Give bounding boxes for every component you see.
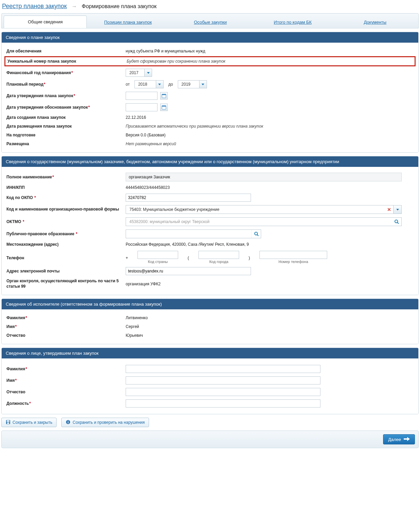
label-oktmo: ОКТМО *: [6, 219, 126, 224]
value-exec-name: Сергей: [126, 324, 414, 329]
period-to-select[interactable]: 2019: [178, 80, 207, 88]
okpo-input[interactable]: [126, 194, 251, 202]
ppo-lookup[interactable]: [126, 229, 261, 238]
fin-year-select[interactable]: 2017: [126, 69, 152, 77]
calendar-icon[interactable]: [160, 104, 168, 111]
value-in-prep: Версия 0.0 (Базовая): [126, 133, 414, 137]
next-button[interactable]: Далее: [383, 434, 415, 444]
panel-approver-header: Сведения о лице, утвердившем план закупо…: [2, 348, 418, 358]
value-control-org: организация УФК2: [126, 282, 414, 286]
svg-marker-0: [147, 72, 150, 74]
save-close-button[interactable]: Сохранить и закрыть: [1, 418, 57, 427]
appr-name-input[interactable]: [126, 376, 320, 385]
panel-approver: Сведения о лице, утвердившем план закупо…: [1, 348, 419, 414]
appr-patronymic-input[interactable]: [126, 388, 320, 396]
svg-point-10: [254, 232, 257, 235]
svg-rect-14: [7, 422, 9, 424]
period-from-value: 2018: [135, 81, 156, 88]
period-from-select[interactable]: 2018: [134, 80, 164, 88]
search-icon[interactable]: [251, 230, 261, 238]
label-in-prep: На подготовке: [6, 133, 126, 137]
approval-date-input[interactable]: [126, 92, 158, 100]
tab-totals-bk[interactable]: Итого по кодам БК: [252, 16, 334, 28]
fin-year-value: 2017: [126, 69, 144, 76]
justification-date-input[interactable]: [126, 103, 158, 111]
tab-bar: Общие сведения Позиции плана закупок Осо…: [1, 13, 419, 28]
phone-country-caption: Код страны: [148, 260, 168, 264]
search-icon[interactable]: [392, 218, 401, 226]
breadcrumb-current: Формирование плана закупок: [82, 3, 156, 9]
svg-marker-19: [407, 437, 410, 441]
opf-combobox[interactable]: 75403: Муниципальное бюджетное учреждени…: [126, 205, 402, 214]
phone-number-input[interactable]: [259, 251, 327, 259]
value-address: Российская Федерация, 420000, Саха /Якут…: [126, 242, 414, 247]
phone-country-input[interactable]: [138, 251, 178, 259]
svg-rect-6: [162, 106, 166, 107]
value-inn-kpp: 4444548023/444458023: [126, 185, 414, 190]
svg-line-9: [397, 222, 399, 224]
save-check-button[interactable]: Сохранить и проверить на нарушения: [61, 418, 149, 427]
svg-rect-13: [7, 420, 9, 422]
label-appr-patronymic: Отчество: [6, 390, 126, 394]
chevron-down-icon[interactable]: [199, 81, 207, 88]
opf-value: 75403: Муниципальное бюджетное учреждени…: [126, 205, 385, 214]
row-unique-number-highlight: Уникальный номер плана закупок Будет сфо…: [4, 56, 416, 66]
info-icon: [66, 420, 70, 425]
tab-documents[interactable]: Документы: [334, 16, 416, 28]
panel-executor-header: Сведения об исполнителе (ответственном з…: [2, 299, 418, 309]
chevron-down-icon[interactable]: [144, 69, 152, 76]
value-exec-surname: Литвиненко: [126, 315, 414, 320]
tab-special[interactable]: Особые закупки: [169, 16, 251, 28]
label-exec-patronymic: Отчество: [6, 333, 126, 338]
save-check-label: Сохранить и проверить на нарушения: [72, 420, 145, 425]
footer-bar: Далее: [1, 431, 419, 448]
oktmo-lookup[interactable]: 45382000: муниципальный округ Тверской: [126, 217, 402, 226]
tab-positions[interactable]: Позиции плана закупок: [87, 16, 169, 28]
value-exec-patronymic: Юрьевич: [126, 333, 414, 338]
appr-surname-input[interactable]: [126, 365, 320, 373]
label-approval-date: Дата утверждения плана закупок*: [6, 93, 126, 98]
svg-rect-17: [68, 421, 69, 423]
period-to-value: 2019: [178, 81, 199, 88]
calendar-icon[interactable]: [160, 92, 168, 100]
tab-general[interactable]: Общие сведения: [4, 16, 87, 28]
full-name-field: организация Заказчик: [126, 173, 402, 181]
phone-rpar: ): [249, 254, 250, 260]
svg-rect-16: [68, 421, 69, 421]
panel-customer: Сведения о государственном (муниципально…: [1, 156, 419, 295]
panel-plan-header: Сведения о плане закупок: [2, 32, 418, 43]
period-from-label: от: [126, 82, 130, 87]
label-unique-number: Уникальный номер плана закупок: [7, 59, 127, 64]
panel-plan-info: Сведения о плане закупок Для обеспечения…: [1, 32, 419, 153]
breadcrumb-root-link[interactable]: Реестр планов закупок: [2, 3, 67, 10]
value-placed: Нет размещенных версий: [126, 141, 414, 146]
email-input[interactable]: [126, 267, 251, 275]
label-appr-name: Имя*: [6, 378, 126, 383]
chevron-down-icon[interactable]: [156, 81, 163, 88]
value-placed-date: Присваивается автоматически при размещен…: [126, 124, 414, 129]
phone-city-input[interactable]: [198, 251, 239, 259]
ppo-value: [126, 230, 251, 238]
save-close-label: Сохранить и закрыть: [13, 420, 52, 425]
value-for-needs: нужд субъекта РФ и муниципальных нужд: [126, 49, 414, 53]
phone-number-caption: Номер телефона: [278, 260, 308, 264]
svg-rect-18: [404, 438, 407, 440]
label-okpo: Код по ОКПО *: [6, 195, 126, 200]
value-unique-number: Будет сформирован при сохранении плана з…: [127, 59, 413, 64]
label-appr-surname: Фамилия*: [6, 367, 126, 371]
chevron-down-icon[interactable]: [393, 205, 401, 214]
clear-icon[interactable]: ✕: [385, 205, 393, 214]
label-appr-position: Должность*: [6, 401, 126, 406]
svg-point-8: [395, 220, 398, 223]
label-email: Адрес электронной почты: [6, 269, 126, 273]
svg-marker-2: [202, 84, 204, 85]
label-inn-kpp: ИНН/КПП: [6, 185, 126, 190]
arrow-right-icon: [404, 437, 410, 442]
svg-marker-7: [396, 209, 399, 211]
value-created-date: 22.12.2016: [126, 115, 414, 120]
label-control-org: Орган контроля, осуществляющий контроль …: [6, 279, 126, 289]
appr-position-input[interactable]: [126, 399, 320, 408]
next-label: Далее: [388, 437, 401, 442]
label-plan-period: Плановый период*: [6, 82, 126, 87]
label-exec-surname: Фамилия*: [6, 315, 126, 320]
